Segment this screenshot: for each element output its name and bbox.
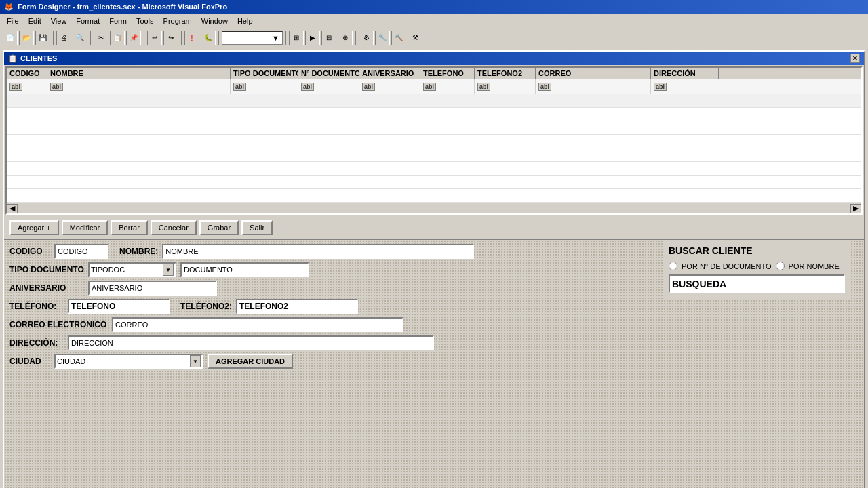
menu-format[interactable]: Format (72, 16, 104, 26)
borrar-button[interactable]: Borrar (111, 220, 148, 235)
tipo-documento-label: TIPO DOCUMENTO (9, 265, 84, 274)
cancelar-button[interactable]: Cancelar (151, 220, 197, 235)
menu-form[interactable]: Form (105, 16, 131, 26)
tb-btn13[interactable]: 🔨 (391, 30, 406, 45)
close-button[interactable]: ✕ (850, 54, 860, 63)
col-aniversario: ANIVERSARIO (359, 68, 420, 79)
title-text: Form Designer - frm_clientes.scx - Micro… (18, 3, 227, 11)
grid-header: CODIGO NOMBRE TIPO DOCUMENTO N° DOCUMENT… (7, 68, 861, 79)
agregar-button[interactable]: Agregar + (9, 220, 59, 235)
table-row[interactable] (7, 176, 861, 189)
menu-help[interactable]: Help (233, 16, 257, 26)
documento-field[interactable]: DOCUMENTO (180, 262, 309, 277)
ciudad-combo[interactable]: CIUDAD ▼ (54, 354, 203, 369)
busqueda-label: BUSQUEDA (672, 279, 726, 289)
sep3 (144, 31, 144, 45)
table-row[interactable] (7, 135, 861, 148)
busqueda-field[interactable]: BUSQUEDA (669, 274, 845, 293)
codigo-field[interactable]: CODIGO (54, 244, 108, 259)
scroll-left-button[interactable]: ◀ (7, 204, 18, 214)
correo-field[interactable]: CORREO (112, 317, 403, 332)
abl-tipodoc: abl (233, 83, 246, 91)
salir-button[interactable]: Salir (241, 220, 273, 235)
menu-program[interactable]: Program (159, 16, 196, 26)
aniversario-label: ANIVERSARIO (9, 283, 84, 293)
agregar-ciudad-button[interactable]: AGREGAR CIUDAD (208, 354, 293, 369)
toolbar: 📄 📂 💾 🖨 🔍 ✂ 📋 📌 ↩ ↪ ! 🐛 ▼ ⊞ ▶ ⊟ ⊕ ⚙ 🔧 🔨 … (0, 28, 868, 47)
col-telefono: TELEFONO (420, 68, 475, 79)
abl-codigo: abl (9, 83, 22, 91)
app-icon: 🦊 (4, 3, 14, 12)
sep1 (53, 31, 54, 45)
col-correo: CORREO (536, 68, 651, 79)
sep6 (285, 31, 286, 45)
table-row[interactable] (7, 94, 861, 108)
combo-arrow-icon[interactable]: ▼ (163, 264, 174, 276)
horizontal-scrollbar[interactable] (18, 205, 850, 213)
telefono2-field[interactable]: TELEFONO2 (236, 299, 358, 314)
ciudad-label: CIUDAD (9, 357, 50, 366)
table-row[interactable] (7, 189, 861, 203)
radio-by-name[interactable] (776, 262, 785, 270)
tipo-documento-combo[interactable]: TIPODOC ▼ (88, 262, 176, 277)
radio-doc-label: POR N° DE DOCUMENTO (682, 262, 772, 270)
tb-btn12[interactable]: 🔧 (375, 30, 390, 45)
ciudad-arrow-icon[interactable]: ▼ (190, 355, 201, 367)
cut-button[interactable]: ✂ (94, 30, 108, 45)
abl-telefono2: abl (477, 83, 490, 91)
window-title-text: CLIENTES (20, 54, 57, 62)
tb-btn9[interactable]: ⊟ (321, 30, 336, 45)
scroll-right-button[interactable]: ▶ (850, 204, 861, 214)
grabar-button[interactable]: Grabar (199, 220, 239, 235)
nombre-label: NOMBRE: (119, 247, 158, 256)
form-icon: 📋 (8, 54, 18, 63)
redo-button[interactable]: ↪ (163, 30, 178, 45)
copy-button[interactable]: 📋 (110, 30, 125, 45)
col-nombre: NOMBRE (47, 68, 231, 79)
table-row[interactable] (7, 108, 861, 121)
tb-btn8[interactable]: ▶ (305, 30, 320, 45)
sep5 (218, 31, 219, 45)
print-preview-button[interactable]: 🔍 (73, 30, 87, 45)
abl-correo: abl (538, 83, 551, 91)
col-telefono2: TELEFONO2 (475, 68, 536, 79)
menu-edit[interactable]: Edit (24, 16, 45, 26)
table-row[interactable] (7, 121, 861, 135)
debug-button[interactable]: 🐛 (201, 30, 216, 45)
tb-btn7[interactable]: ⊞ (289, 30, 304, 45)
sep4 (181, 31, 182, 45)
undo-button[interactable]: ↩ (147, 30, 162, 45)
menu-view[interactable]: View (47, 16, 71, 26)
aniversario-field[interactable]: ANIVERSARIO (88, 281, 217, 296)
new-button[interactable]: 📄 (3, 30, 18, 45)
direccion-label: DIRECCIÓN: (9, 338, 64, 348)
search-panel: BUSCAR CLIENTE POR N° DE DOCUMENTO POR N… (663, 240, 850, 299)
telefono-field[interactable]: TELEFONO (68, 299, 170, 314)
table-row[interactable] (7, 162, 861, 176)
tb-btn11[interactable]: ⚙ (359, 30, 374, 45)
direccion-field[interactable]: DIRECCION (68, 336, 434, 350)
run-button[interactable]: ! (184, 30, 199, 45)
telefono2-label: TELÉFONO2: (180, 302, 232, 311)
save-button[interactable]: 💾 (35, 30, 50, 45)
tb-btn10[interactable]: ⊕ (338, 30, 353, 45)
table-row[interactable] (7, 148, 861, 162)
dropdown-arrow-icon: ▼ (272, 34, 279, 42)
style-dropdown[interactable]: ▼ (222, 31, 283, 45)
title-bar: 🦊 Form Designer - frm_clientes.scx - Mic… (0, 0, 868, 14)
sep2 (90, 31, 91, 45)
modificar-button[interactable]: Modificar (62, 220, 108, 235)
menu-tools[interactable]: Tools (132, 16, 158, 26)
open-button[interactable]: 📂 (19, 30, 34, 45)
col-direccion: DIRECCIÓN (651, 68, 719, 79)
menu-file[interactable]: File (3, 16, 23, 26)
print-button[interactable]: 🖨 (56, 30, 71, 45)
radio-by-doc[interactable] (669, 262, 677, 270)
paste-button[interactable]: 📌 (126, 30, 141, 45)
tb-btn14[interactable]: ⚒ (408, 30, 422, 45)
nombre-field[interactable]: NOMBRE (162, 244, 474, 259)
codigo-label: CODIGO (9, 247, 50, 256)
tipo-doc-value: TIPODOC (91, 266, 125, 274)
menu-window[interactable]: Window (197, 16, 232, 26)
col-ndoc: N° DOCUMENTO (298, 68, 359, 79)
